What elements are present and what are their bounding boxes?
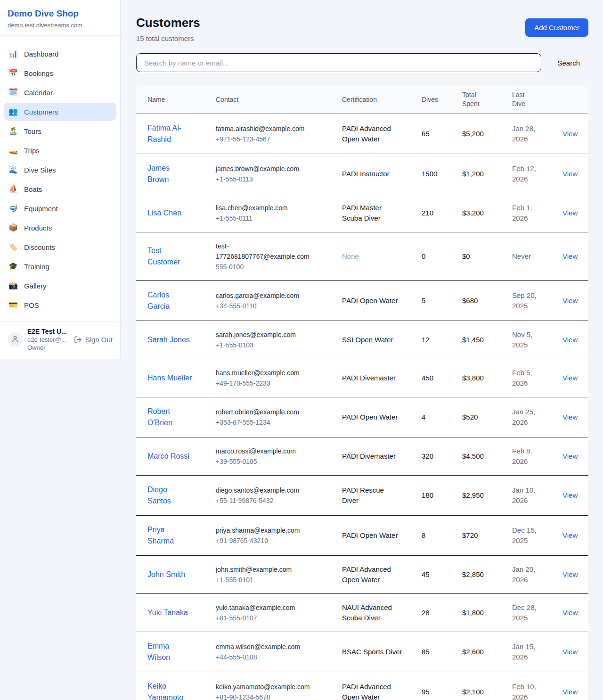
view-customer-link[interactable]: View bbox=[562, 252, 578, 260]
customer-total-spent: $3,200 bbox=[462, 194, 512, 232]
view-customer-link[interactable]: View bbox=[562, 296, 578, 305]
sidebar-item-label: Dive Sites bbox=[24, 166, 56, 174]
column-header-total-spent: Total Spent bbox=[462, 85, 512, 114]
sidebar-item-dashboard[interactable]: 📊Dashboard bbox=[4, 45, 116, 63]
customer-dives: 12 bbox=[422, 321, 462, 359]
calendar-icon: 📅 bbox=[8, 69, 18, 77]
sidebar-item-label: Boats bbox=[24, 185, 42, 193]
sidebar-item-training[interactable]: 🎓Training bbox=[4, 257, 116, 275]
sidebar-item-label: Calendar bbox=[24, 89, 53, 97]
sidebar-item-tours[interactable]: 🏝️Tours bbox=[4, 122, 116, 140]
view-customer-link[interactable]: View bbox=[562, 413, 578, 421]
view-customer-link[interactable]: View bbox=[562, 209, 578, 217]
table-header-row: NameContactCertificationDivesTotal Spent… bbox=[136, 85, 588, 114]
customer-dives: 4 bbox=[422, 397, 462, 437]
view-customer-link[interactable]: View bbox=[562, 491, 578, 499]
customer-name-link[interactable]: Robert O'Brien bbox=[147, 406, 193, 428]
customer-dives: 65 bbox=[422, 114, 462, 154]
customer-certification: PADI Advanced Open Water bbox=[342, 682, 402, 700]
customer-last-dive: Jan 20, 2026 bbox=[512, 564, 539, 585]
customer-last-dive: Dec 28, 2025 bbox=[512, 602, 539, 623]
view-customer-link[interactable]: View bbox=[562, 688, 578, 696]
customer-total-spent: $2,100 bbox=[462, 672, 512, 700]
customer-name-link[interactable]: Priya Sharma bbox=[147, 524, 193, 547]
customer-certification: PADI Open Water bbox=[342, 412, 398, 422]
sidebar-nav: 📊Dashboard📅Bookings🗓️Calendar👥Customers🏝… bbox=[0, 36, 120, 321]
view-customer-link[interactable]: View bbox=[562, 452, 578, 460]
customer-certification: PADI Advanced Open Water bbox=[342, 124, 402, 144]
customer-name-link[interactable]: Sarah Jones bbox=[147, 334, 190, 346]
customer-total-spent: $3,800 bbox=[462, 359, 512, 397]
island-icon: 🏝️ bbox=[8, 127, 18, 135]
customer-phone: +91-98765-43210 bbox=[216, 535, 335, 546]
view-customer-link[interactable]: View bbox=[562, 531, 578, 539]
add-customer-button[interactable]: Add Customer bbox=[525, 18, 588, 37]
view-customer-link[interactable]: View bbox=[562, 570, 578, 578]
customer-phone: +1-555-0103 bbox=[216, 340, 335, 350]
customer-name-link[interactable]: Hans Mueller bbox=[147, 372, 192, 384]
view-customer-link[interactable]: View bbox=[562, 374, 578, 382]
sidebar-item-dive-sites[interactable]: 🌊Dive Sites bbox=[4, 161, 116, 179]
sidebar-item-products[interactable]: 📦Products bbox=[4, 219, 116, 237]
customer-name-link[interactable]: Yuki Tanaka bbox=[147, 607, 188, 618]
customer-name-link[interactable]: Fatima Al-Rashid bbox=[147, 123, 193, 145]
sidebar-item-trips[interactable]: 🚤Trips bbox=[4, 141, 116, 159]
customer-phone: +39-555-0105 bbox=[216, 456, 335, 467]
column-header-dives: Dives bbox=[422, 85, 462, 114]
customer-total-spent: $2,600 bbox=[462, 632, 512, 672]
customer-phone: +81-555-0107 bbox=[216, 613, 335, 623]
table-row: Robert O'Brienrobert.obrien@example.com+… bbox=[136, 397, 588, 437]
sidebar-item-bookings[interactable]: 📅Bookings bbox=[4, 64, 116, 82]
sidebar-item-gallery[interactable]: 📸Gallery bbox=[4, 277, 116, 295]
view-customer-link[interactable]: View bbox=[562, 648, 578, 656]
customer-name-link[interactable]: Keiko Yamamoto bbox=[147, 681, 193, 700]
customer-total-spent: $1,450 bbox=[462, 321, 512, 359]
sidebar-item-customers[interactable]: 👥Customers bbox=[4, 103, 116, 121]
user-email: e2e-tester@... bbox=[27, 336, 69, 344]
column-header-certification: Certification bbox=[342, 85, 422, 114]
sign-out-button[interactable]: Sign Out bbox=[74, 336, 113, 344]
customer-dives: 320 bbox=[422, 437, 462, 476]
sidebar-item-label: Products bbox=[24, 224, 52, 232]
customer-total-spent: $680 bbox=[462, 281, 512, 321]
customer-total-spent: $1,800 bbox=[462, 594, 512, 632]
customer-name-link[interactable]: Emma Wilson bbox=[147, 641, 193, 663]
customer-dives: 28 bbox=[422, 594, 462, 632]
customer-name-link[interactable]: James Brown bbox=[147, 163, 193, 185]
people-icon: 👥 bbox=[8, 108, 18, 115]
table-row: Priya Sharmapriya.sharma@example.com+91-… bbox=[136, 516, 588, 556]
view-customer-link[interactable]: View bbox=[562, 170, 578, 178]
view-customer-link[interactable]: View bbox=[562, 130, 578, 138]
customer-total-spent: $4,500 bbox=[462, 437, 512, 476]
customer-name-link[interactable]: John Smith bbox=[147, 569, 185, 580]
sidebar-item-equipment[interactable]: 🤿Equipment bbox=[4, 199, 116, 217]
view-customer-link[interactable]: View bbox=[562, 609, 578, 617]
customer-name-link[interactable]: Marco Rossi bbox=[147, 451, 189, 462]
customer-name-link[interactable]: Lisa Chen bbox=[147, 207, 181, 219]
log-out-icon bbox=[74, 336, 82, 344]
customer-name-link[interactable]: Diego Santos bbox=[147, 484, 193, 507]
sidebar-item-label: Dashboard bbox=[24, 50, 58, 58]
customer-last-dive: Feb 12, 2026 bbox=[512, 164, 539, 184]
user-name: E2E Test U... bbox=[27, 328, 69, 336]
sidebar-item-calendar[interactable]: 🗓️Calendar bbox=[4, 83, 116, 101]
customer-last-dive: Feb 1, 2026 bbox=[512, 203, 539, 223]
customer-certification: PADI Open Water bbox=[342, 296, 398, 306]
sidebar-item-boats[interactable]: ⛵Boats bbox=[4, 180, 116, 198]
sidebar-item-discounts[interactable]: 🏷️Discounts bbox=[4, 238, 116, 256]
sidebar-item-pos[interactable]: 💳POS bbox=[4, 296, 116, 314]
customer-phone: +44-555-0108 bbox=[216, 652, 335, 662]
customer-phone: 555-0100 bbox=[216, 262, 335, 272]
sidebar-item-label: Customers bbox=[24, 108, 58, 116]
table-row: Emma Wilsonemma.wilson@example.com+44-55… bbox=[136, 632, 588, 672]
table-row: Test Customertest-1772681807767@example.… bbox=[136, 232, 588, 281]
package-icon: 📦 bbox=[8, 224, 18, 231]
customer-name-link[interactable]: Carlos Garcia bbox=[147, 289, 193, 312]
customer-name-link[interactable]: Test Customer bbox=[147, 245, 193, 268]
wave-icon: 🌊 bbox=[8, 166, 18, 173]
search-button[interactable]: Search bbox=[549, 55, 588, 71]
user-info: E2E Test U... e2e-tester@... Owner bbox=[27, 328, 69, 352]
search-input[interactable] bbox=[136, 53, 541, 72]
view-customer-link[interactable]: View bbox=[562, 336, 578, 344]
customer-total-spent: $1,200 bbox=[462, 154, 512, 194]
